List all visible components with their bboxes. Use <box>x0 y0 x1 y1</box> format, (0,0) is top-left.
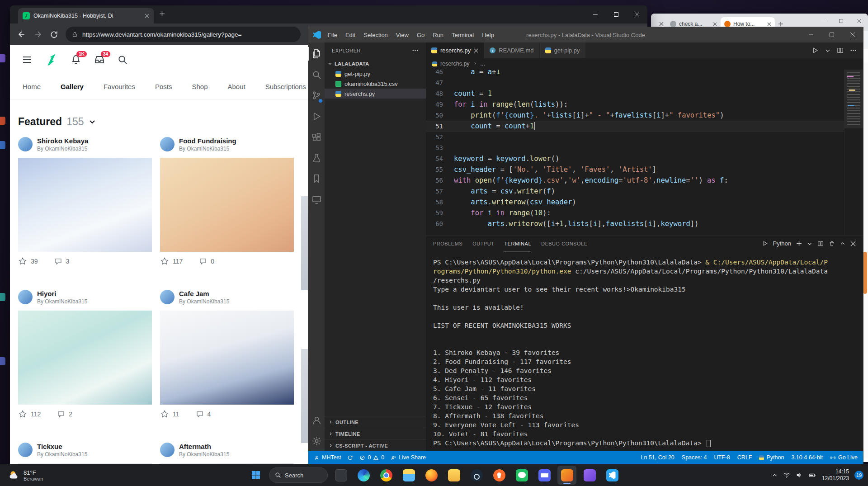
volume-icon[interactable] <box>796 472 803 479</box>
panel-tab-output[interactable]: OUTPUT <box>472 236 494 251</box>
explorer-activity-icon[interactable] <box>308 43 325 64</box>
taskbar-app-active[interactable] <box>557 466 576 485</box>
eol[interactable]: CRLF <box>737 454 752 461</box>
split-terminal-icon[interactable] <box>817 241 824 247</box>
tab-get-pip[interactable]: get-pip.py <box>540 42 586 58</box>
interpreter[interactable]: 3.10.4 64-bit <box>791 454 823 461</box>
code-line[interactable]: 58 arts.writerow(csv_header) <box>426 197 844 208</box>
taskbar-app-vscode[interactable] <box>603 466 622 485</box>
new-tab-button[interactable] <box>159 11 165 17</box>
problems-item[interactable]: 0 0 <box>359 454 384 461</box>
chevron-down-icon[interactable] <box>807 241 812 246</box>
tab-close-icon[interactable] <box>767 22 771 26</box>
back-icon[interactable] <box>17 30 26 39</box>
folder-root[interactable]: LALALADATA <box>325 58 426 69</box>
run-file-icon[interactable] <box>812 47 819 54</box>
code-line[interactable]: 57 arts = csv.writer(f) <box>426 186 844 197</box>
taskbar-app-brave[interactable] <box>490 466 509 485</box>
avatar[interactable] <box>160 290 175 304</box>
watch-notifications[interactable]: 34 <box>94 54 105 65</box>
file-reserchs[interactable]: reserchs.py <box>325 89 426 99</box>
chevron-up-icon[interactable] <box>840 241 845 246</box>
code-line[interactable]: 49for i in range(len(lists)): <box>426 99 844 110</box>
favourite-star-icon[interactable] <box>18 410 27 419</box>
taskbar-app-edge[interactable] <box>354 466 373 485</box>
deviantart-tab[interactable]: OkamiNoKiba315 - Hobbyist, Di <box>18 8 154 24</box>
code-line[interactable]: 51 count = count+1 <box>426 121 844 132</box>
hamburger-menu-icon[interactable] <box>22 54 33 65</box>
nav-gallery[interactable]: Gallery <box>51 83 94 90</box>
favourite-star-icon[interactable] <box>160 410 169 419</box>
artwork-title[interactable]: Aftermath <box>179 443 229 450</box>
search-activity-icon[interactable] <box>308 64 325 85</box>
taskbar-app-chrome[interactable] <box>377 466 396 485</box>
search-icon[interactable] <box>118 55 128 65</box>
menu-help[interactable]: Help <box>478 29 498 41</box>
address-bar[interactable]: https://www.deviantart.com/okaminokiba31… <box>66 27 301 42</box>
code-line[interactable]: 55csv_header = ['No.', 'Title', 'Faves',… <box>426 164 844 175</box>
panel-tab-terminal[interactable]: TERMINAL <box>504 236 531 251</box>
tab-readme[interactable]: i README.md <box>484 42 539 58</box>
go-live-item[interactable]: Go Live <box>830 454 858 461</box>
avatar[interactable] <box>18 290 33 304</box>
desktop-icon[interactable] <box>0 141 5 149</box>
nav-posts[interactable]: Posts <box>145 83 182 90</box>
explorer-more-icon[interactable] <box>412 47 419 54</box>
avatar[interactable] <box>160 443 175 457</box>
trash-icon[interactable] <box>829 241 835 247</box>
breadcrumb[interactable]: reserchs.py ... <box>426 58 863 70</box>
favourite-star-icon[interactable] <box>160 257 169 266</box>
code-editor[interactable]: 46 a = a+14748count = 149for i in range(… <box>426 70 863 236</box>
tab-close-icon[interactable] <box>474 48 478 53</box>
more-actions-icon[interactable] <box>850 47 857 54</box>
artwork-image[interactable] <box>160 158 294 252</box>
code-line[interactable]: 56with open(f'{keyword}.csv','w',encodin… <box>426 175 844 186</box>
taskbar-app-file-explorer[interactable] <box>399 466 418 485</box>
tab-reserchs[interactable]: reserchs.py <box>426 42 484 58</box>
testing-activity-icon[interactable] <box>308 147 325 168</box>
desktop-icon[interactable] <box>0 54 5 62</box>
run-debug-activity-icon[interactable] <box>308 106 325 127</box>
start-button[interactable] <box>246 466 265 485</box>
tray-chevron-up-icon[interactable] <box>772 472 778 478</box>
avatar[interactable] <box>18 443 33 457</box>
code-line[interactable]: 47 <box>426 77 844 88</box>
gallery-card[interactable]: Cafe Jam By OkamiNoKiba315 11 4 <box>160 287 294 424</box>
taskbar-search[interactable]: Search <box>269 467 328 483</box>
browser2-scrollbar-thumb[interactable] <box>863 252 867 294</box>
desktop-icon[interactable] <box>0 357 5 365</box>
menu-file[interactable]: File <box>324 29 341 41</box>
code-line[interactable]: 54keyword = keyword.lower() <box>426 153 844 164</box>
new-terminal-icon[interactable] <box>796 241 802 246</box>
taskbar-app-discord[interactable] <box>535 466 554 485</box>
gallery-card[interactable]: Shiroko Kebaya By OkamiNoKiba315 39 3 <box>18 134 152 271</box>
chevron-down-icon[interactable] <box>825 48 830 53</box>
notification-count-badge[interactable]: 19 <box>854 471 863 480</box>
code-line[interactable]: 60 arts.writerow([i+1,lists[i],favelists… <box>426 218 844 229</box>
language-mode[interactable]: Python <box>759 454 784 461</box>
comment-icon[interactable] <box>54 257 62 265</box>
maximize-button[interactable] <box>832 14 850 28</box>
artwork-title[interactable]: Hiyori <box>37 290 87 297</box>
artwork-title[interactable]: Tickxue <box>37 443 87 450</box>
close-panel-icon[interactable] <box>850 241 856 246</box>
taskbar-app-purple[interactable] <box>580 466 599 485</box>
timeline-section[interactable]: TIMELINE <box>325 428 426 439</box>
menu-terminal[interactable]: Terminal <box>448 29 478 41</box>
encoding[interactable]: UTF-8 <box>714 454 730 461</box>
desktop-icon[interactable] <box>0 293 5 301</box>
artwork-byline[interactable]: By OkamiNoKiba315 <box>37 451 87 458</box>
gallery-card[interactable]: Tickxue By OkamiNoKiba315 <box>18 440 152 464</box>
taskbar-app-notepad[interactable] <box>331 466 350 485</box>
comment-icon[interactable] <box>199 257 207 265</box>
menu-go[interactable]: Go <box>413 29 429 41</box>
sync-item[interactable] <box>347 455 353 461</box>
close-button[interactable] <box>842 27 863 42</box>
comment-icon[interactable] <box>57 410 65 418</box>
minimize-button[interactable] <box>585 5 606 24</box>
shell-label[interactable]: Python <box>773 240 791 247</box>
panel-tab-debug[interactable]: DEBUG CONSOLE <box>541 236 587 251</box>
taskbar-app-folder[interactable] <box>444 466 463 485</box>
avatar[interactable] <box>160 137 175 151</box>
file-get-pip[interactable]: get-pip.py <box>325 69 426 79</box>
